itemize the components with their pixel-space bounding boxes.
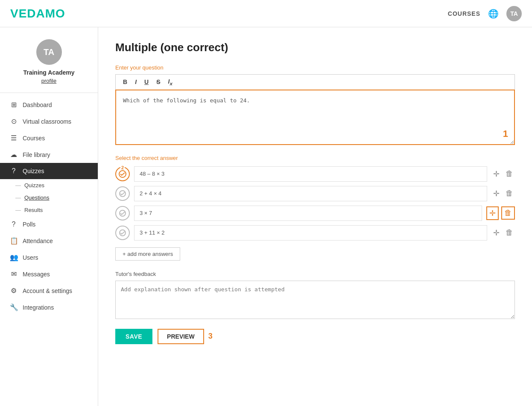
sidebar-item-polls[interactable]: ? Polls: [0, 216, 98, 232]
messages-icon: ✉: [10, 270, 18, 278]
delete-button-1[interactable]: 🗑: [504, 168, 515, 180]
answers-label: Select the correct answer: [115, 155, 515, 161]
answer-row-2: ✛ 🗑: [115, 186, 515, 201]
move-button-2[interactable]: ✛: [491, 187, 501, 200]
profile-name: Training Academy: [23, 69, 74, 76]
sidebar-sub-quizzes[interactable]: — Quizzes: [0, 179, 98, 191]
main-layout: TA Training Academy profile ⊞ Dashboard …: [0, 27, 532, 406]
sidebar-label-messages: Messages: [23, 271, 50, 278]
account-settings-icon: ⚙: [10, 287, 18, 295]
sidebar-label-file-library: File library: [23, 151, 50, 158]
bottom-actions: SAVE PREVIEW 3: [115, 329, 515, 344]
checkmark-icon-2: [119, 190, 126, 197]
profile-link[interactable]: profile: [41, 78, 56, 84]
logo: VEDAMO: [10, 7, 65, 20]
answer-check-2[interactable]: [115, 186, 130, 201]
globe-icon[interactable]: 🌐: [488, 9, 499, 19]
answer-check-3[interactable]: [115, 206, 130, 220]
delete-button-3[interactable]: 🗑: [501, 206, 515, 220]
editor-toolbar: B I U S Ix: [115, 74, 515, 90]
preview-wrapper: PREVIEW 3: [158, 329, 213, 344]
users-icon: 👥: [10, 253, 18, 261]
quizzes-icon: ?: [10, 167, 18, 175]
answer-actions-4: ✛ 🗑: [491, 226, 515, 239]
sidebar-label-users: Users: [23, 254, 38, 261]
sidebar: TA Training Academy profile ⊞ Dashboard …: [0, 27, 98, 406]
sidebar-label-quizzes: Quizzes: [23, 168, 44, 174]
sidebar-nav: ⊞ Dashboard ⊙ Virtual classrooms ☰ Cours…: [0, 93, 98, 406]
answer-actions-2: ✛ 🗑: [491, 187, 515, 200]
answer-check-4[interactable]: [115, 226, 130, 240]
dashboard-icon: ⊞: [10, 101, 18, 109]
feedback-textarea[interactable]: [115, 281, 515, 319]
answer-actions-1: ✛ 🗑: [491, 168, 515, 180]
underline-button[interactable]: U: [142, 78, 151, 86]
answer-actions-3: ✛ 🗑: [486, 206, 515, 220]
feedback-label: Tutor's feedback: [115, 271, 515, 277]
sidebar-label-account-settings: Account & settings: [23, 287, 72, 294]
answer-row-4: ✛ 🗑: [115, 225, 515, 241]
checkmark-icon-3: [119, 210, 126, 217]
checkmark-icon-1: [119, 170, 126, 178]
virtual-classrooms-icon: ⊙: [10, 117, 18, 125]
delete-button-4[interactable]: 🗑: [504, 226, 515, 239]
answer-input-2[interactable]: [134, 186, 487, 201]
sidebar-item-file-library[interactable]: ☁ File library: [0, 146, 98, 163]
delete-button-2[interactable]: 🗑: [504, 187, 515, 200]
page-title: Multiple (one correct): [115, 41, 515, 54]
sidebar-item-account-settings[interactable]: ⚙ Account & settings: [0, 282, 98, 299]
navbar-right: COURSES 🌐 TA: [448, 6, 522, 21]
sidebar-sub-questions[interactable]: — Questions: [0, 191, 98, 204]
preview-button[interactable]: PREVIEW: [158, 329, 204, 344]
attendance-icon: 📋: [10, 237, 18, 245]
add-answers-button[interactable]: + add more answers: [115, 247, 180, 261]
sidebar-item-courses[interactable]: ☰ Courses: [0, 130, 98, 146]
profile-avatar: TA: [36, 39, 62, 65]
sidebar-item-integrations[interactable]: 🔧 Integrations: [0, 299, 98, 316]
courses-icon: ☰: [10, 134, 18, 142]
main-content: Multiple (one correct) Enter your questi…: [98, 27, 532, 406]
move-button-1[interactable]: ✛: [491, 168, 501, 180]
polls-icon: ?: [10, 220, 18, 228]
save-button[interactable]: SAVE: [115, 329, 152, 344]
checkmark-icon-4: [119, 229, 126, 236]
answer-row-1: 2 ✛ 🗑: [115, 166, 515, 182]
sidebar-label-courses: Courses: [23, 135, 45, 142]
bold-button[interactable]: B: [121, 78, 129, 86]
answer-input-1[interactable]: [134, 166, 487, 182]
clear-format-button[interactable]: Ix: [166, 77, 174, 87]
sidebar-sub-label-quizzes: Quizzes: [24, 182, 44, 188]
italic-button[interactable]: I: [133, 78, 139, 86]
answer-check-1[interactable]: 2: [115, 167, 130, 181]
question-number-badge: 1: [503, 128, 508, 139]
user-avatar[interactable]: TA: [506, 6, 522, 21]
navbar: VEDAMO COURSES 🌐 TA: [0, 0, 532, 27]
move-button-4[interactable]: ✛: [491, 226, 501, 239]
sidebar-profile: TA Training Academy profile: [0, 27, 98, 93]
sidebar-item-quizzes[interactable]: ? Quizzes: [0, 163, 98, 179]
sidebar-label-dashboard: Dashboard: [23, 102, 52, 108]
answer-input-3[interactable]: [134, 206, 482, 221]
sidebar-sub-label-questions: Questions: [24, 194, 50, 201]
sidebar-item-messages[interactable]: ✉ Messages: [0, 266, 98, 282]
sidebar-item-dashboard[interactable]: ⊞ Dashboard: [0, 96, 98, 113]
sidebar-sub-results[interactable]: — Results: [0, 204, 98, 216]
sidebar-label-polls: Polls: [23, 221, 35, 228]
sidebar-label-integrations: Integrations: [23, 304, 54, 311]
strikethrough-button[interactable]: S: [154, 78, 162, 86]
sidebar-item-virtual-classrooms[interactable]: ⊙ Virtual classrooms: [0, 113, 98, 130]
sidebar-label-virtual-classrooms: Virtual classrooms: [23, 118, 71, 125]
answer-input-4[interactable]: [134, 225, 487, 241]
sidebar-item-users[interactable]: 👥 Users: [0, 249, 98, 266]
question-label: Enter your question: [115, 64, 515, 71]
correct-badge: 2: [120, 165, 125, 170]
sidebar-label-attendance: Attendance: [23, 238, 53, 244]
courses-nav-link[interactable]: COURSES: [448, 10, 480, 17]
integrations-icon: 🔧: [10, 303, 18, 311]
answer-row-3: ✛ 🗑: [115, 206, 515, 221]
sidebar-sub-label-results: Results: [24, 207, 43, 213]
question-area-wrapper: 1: [115, 90, 515, 146]
move-button-3[interactable]: ✛: [486, 206, 499, 220]
question-textarea[interactable]: [115, 90, 515, 145]
sidebar-item-attendance[interactable]: 📋 Attendance: [0, 232, 98, 249]
